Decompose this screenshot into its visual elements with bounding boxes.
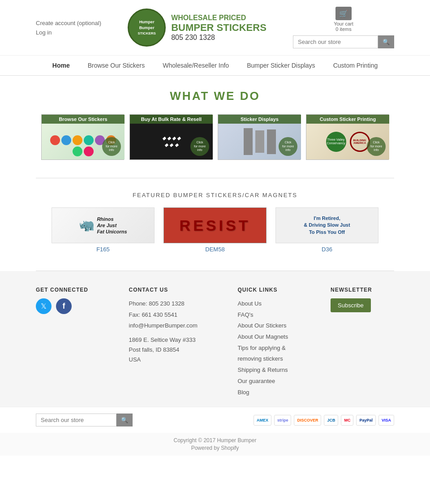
footer-newsletter: NEWSLETTER Subscribe (331, 287, 394, 398)
bottom-search-button[interactable]: 🔍 (116, 414, 133, 426)
product-dem58-image: RESIST (163, 207, 267, 243)
create-account-link[interactable]: Create account (optional) (36, 20, 101, 26)
contact-address2: Post falls, ID 83854 (129, 345, 224, 355)
jcb-icon: JCB (324, 415, 338, 426)
contact-heading: CONTACT US (129, 287, 224, 293)
product-d36-id[interactable]: D36 (322, 246, 332, 253)
link-shipping[interactable]: Shipping & Returns (238, 365, 318, 376)
nav-custom[interactable]: Custom Printing (333, 62, 378, 69)
payment-icons: AMEX stripe DISCOVER JCB MC PayPal VISA (254, 415, 394, 426)
logo-text: WHOLESALE PRICED BUMPER STICKERS 805 230… (171, 14, 267, 42)
product-d36-image: I'm Retired,& Driving Slow JustTo Piss Y… (275, 207, 378, 243)
quick-links-heading: QUICK LINKS (238, 287, 318, 293)
mastercard-icon: MC (341, 415, 353, 426)
paypal-icon: PayPal (356, 415, 376, 426)
product-f165-image: 🦏 RhinosAre JustFat Unicorns (52, 207, 155, 243)
product-dem58[interactable]: RESIST DEM58 (163, 207, 267, 253)
contact-address1: 1869 E. Seltice Way #333 (129, 335, 224, 345)
product-d36[interactable]: I'm Retired,& Driving Slow JustTo Piss Y… (275, 207, 378, 253)
logo-icon: Humper Bumper STICKERS (128, 9, 166, 47)
cart-count: 0 items (335, 26, 351, 32)
header-right: 🛒 Your cart 0 items 🔍 (293, 7, 394, 48)
twitter-icon[interactable]: 𝕏 (36, 298, 52, 314)
link-tips[interactable]: Tips for applying &removing stickers (238, 343, 318, 365)
contact-address3: USA (129, 355, 224, 365)
product-f165-id[interactable]: F165 (96, 246, 110, 253)
featured-section: FEATURED BUMPER STICKERS/CAR MAGNETS 🦏 R… (22, 187, 408, 266)
header-left: Create account (optional) Log in (36, 20, 101, 36)
category-stickers-image: Browse Our Stickers Clickfor moreinfo (42, 115, 125, 159)
link-about-us[interactable]: About Us (238, 298, 318, 310)
category-displays-click: Clickfor moreinfo (279, 137, 297, 156)
category-displays-image: Sticker Displays Clickfor moreinfo (218, 115, 301, 159)
bottom-bar: 🔍 AMEX stripe DISCOVER JCB MC PayPal VIS… (0, 407, 430, 433)
product-f165[interactable]: 🦏 RhinosAre JustFat Unicorns F165 (52, 207, 155, 253)
featured-heading: FEATURED BUMPER STICKERS/CAR MAGNETS (22, 192, 408, 198)
nav: Home Browse Our Stickers Wholesale/Resel… (0, 56, 430, 76)
header-search-input[interactable] (293, 35, 378, 48)
visa-icon: VISA (378, 415, 394, 426)
contact-fax: Fax: 661 430 5541 (129, 310, 224, 321)
product-dem58-id[interactable]: DEM58 (205, 246, 224, 253)
category-custom-image: Custom Sticker Printing Three ValleyCons… (306, 115, 389, 159)
what-we-do-section: WHAT WE DO Browse Our Stickers Clickfor … (22, 76, 408, 169)
footer-quick-links: QUICK LINKS About Us FAQ's About Our Sti… (238, 287, 318, 398)
link-about-stickers[interactable]: About Our Stickers (238, 320, 318, 332)
discover-icon: DISCOVER (294, 415, 321, 426)
category-stickers-label: Browse Our Stickers (42, 115, 125, 124)
header: Create account (optional) Log in Humper … (0, 0, 430, 56)
product-grid: 🦏 RhinosAre JustFat Unicorns F165 RESIST… (22, 207, 408, 253)
subscribe-button[interactable]: Subscribe (331, 298, 371, 312)
header-search-button[interactable]: 🔍 (378, 35, 394, 48)
category-bulk-label: Buy At Bulk Rate & Resell (130, 115, 213, 124)
what-we-do-heading: WHAT WE DO (22, 89, 408, 103)
footer-grid: GET CONNECTED 𝕏 f CONTACT US Phone: 805 … (36, 287, 394, 398)
nav-wholesale[interactable]: Wholesale/Reseller Info (163, 62, 229, 69)
log-in-link[interactable]: Log in (36, 29, 101, 36)
cart-icon: 🛒 (335, 7, 352, 20)
contact-phone: Phone: 805 230 1328 (129, 298, 224, 310)
category-displays[interactable]: Sticker Displays Clickfor moreinfo (218, 114, 301, 160)
contact-email[interactable]: info@HumperBumper.com (129, 320, 224, 332)
copyright-bar: Copyright © 2017 Humper Bumper Powered b… (0, 433, 430, 456)
category-grid: Browse Our Stickers Clickfor moreinfo B (22, 114, 408, 160)
bottom-search-input[interactable] (36, 414, 116, 426)
nav-home[interactable]: Home (52, 62, 70, 69)
cart-label: Your cart (334, 21, 353, 26)
category-bulk-image: Buy At Bulk Rate & Resell ◆ ◆ ◆ ◆◆ ◆ ◆ C… (130, 115, 213, 159)
footer-get-connected: GET CONNECTED 𝕏 f (36, 287, 116, 398)
link-about-magnets[interactable]: About Our Magnets (238, 332, 318, 343)
link-blog[interactable]: Blog (238, 387, 318, 398)
footer-contact: CONTACT US Phone: 805 230 1328 Fax: 661 … (129, 287, 224, 398)
category-displays-label: Sticker Displays (218, 115, 301, 124)
category-bulk-click: Clickfor moreinfo (190, 137, 209, 156)
category-bulk[interactable]: Buy At Bulk Rate & Resell ◆ ◆ ◆ ◆◆ ◆ ◆ C… (129, 114, 212, 160)
get-connected-heading: GET CONNECTED (36, 287, 116, 293)
bottom-search: 🔍 (36, 414, 133, 426)
category-stickers[interactable]: Browse Our Stickers Clickfor moreinfo (41, 114, 124, 160)
category-stickers-click: Clickfor moreinfo (102, 137, 121, 156)
link-faqs[interactable]: FAQ's (238, 310, 318, 321)
category-custom-label: Custom Sticker Printing (306, 115, 389, 124)
category-custom[interactable]: Custom Sticker Printing Three ValleyCons… (306, 114, 389, 160)
stripe-icon: stripe (274, 415, 292, 426)
nav-browse-stickers[interactable]: Browse Our Stickers (88, 62, 145, 69)
amex-icon: AMEX (254, 415, 271, 426)
social-icons: 𝕏 f (36, 298, 116, 314)
category-custom-click: Clickfor moreinfo (367, 137, 386, 156)
powered-by: Powered by Shopify (4, 445, 426, 451)
cart-container[interactable]: 🛒 Your cart 0 items (334, 7, 353, 32)
newsletter-heading: NEWSLETTER (331, 287, 394, 293)
logo: Humper Bumper STICKERS WHOLESALE PRICED … (128, 9, 267, 47)
copyright-text: Copyright © 2017 Humper Bumper (4, 437, 426, 444)
link-guarantee[interactable]: Our guarantee (238, 376, 318, 387)
nav-displays[interactable]: Bumper Sticker Displays (247, 62, 315, 69)
footer: GET CONNECTED 𝕏 f CONTACT US Phone: 805 … (0, 271, 430, 407)
facebook-icon[interactable]: f (56, 298, 72, 314)
header-search: 🔍 (293, 35, 394, 48)
